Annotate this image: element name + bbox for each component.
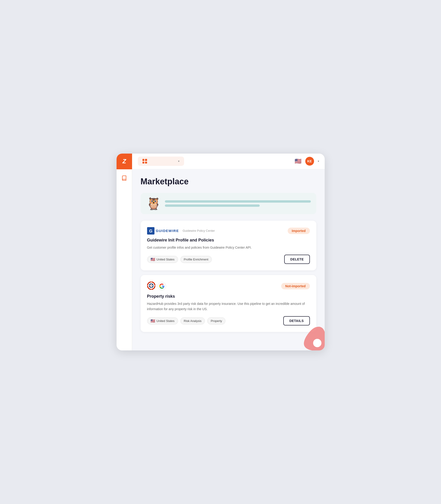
- us-flag: 🇺🇸: [151, 257, 155, 262]
- tag-label: Profile Enrichment: [184, 258, 208, 261]
- tag-risk-analysis: Risk Analysis: [180, 317, 205, 325]
- guidewire-subtitle: Guidewire Policy Center: [183, 229, 215, 233]
- tag-united-states: 🇺🇸 United States: [147, 256, 178, 263]
- delete-button[interactable]: DELETE: [284, 255, 310, 264]
- guidewire-card: G GUIDEWIRE Guidewire Policy Center Impo…: [141, 221, 316, 270]
- page-content: Marketplace 🦉: [132, 169, 325, 350]
- guidewire-name: GUIDEWIRE: [156, 229, 179, 233]
- tag-profile-enrichment: Profile Enrichment: [180, 256, 212, 263]
- tag-label: Property: [211, 319, 222, 323]
- svg-text:G: G: [149, 229, 152, 233]
- app-shell: Z ▾ 🇺🇸 KE ▾ Marketplace: [117, 154, 325, 350]
- banner-line-2: [165, 205, 260, 207]
- topbar: ▾ 🇺🇸 KE ▾: [132, 154, 325, 169]
- svg-point-9: [313, 339, 321, 347]
- promo-banner: 🦉: [141, 193, 316, 214]
- status-badge: Not-imported: [281, 283, 310, 289]
- sidebar: Z: [117, 154, 132, 350]
- page-title: Marketplace: [141, 177, 316, 187]
- app-dropdown[interactable]: ▾: [138, 157, 184, 166]
- tag-united-states: 🇺🇸 United States: [147, 317, 178, 325]
- avatar-chevron: ▾: [318, 160, 319, 163]
- card-header: G GUIDEWIRE Guidewire Policy Center Impo…: [147, 227, 310, 235]
- flag-icon: 🇺🇸: [295, 158, 301, 164]
- banner-content: [165, 200, 311, 207]
- tag-property: Property: [207, 317, 225, 325]
- grid-icon: [142, 159, 147, 163]
- card-header: Not-imported: [147, 282, 310, 291]
- tags: 🇺🇸 United States Risk Analysis Property: [147, 317, 226, 325]
- hazardhub-logo: [147, 282, 155, 291]
- owl-icon: 🦉: [146, 198, 161, 210]
- guidewire-logo: G GUIDEWIRE: [147, 227, 179, 235]
- logo-area: [147, 282, 166, 291]
- status-badge: Imported: [288, 228, 310, 234]
- google-logo: [158, 282, 166, 290]
- guidewire-g-icon: G: [147, 227, 155, 235]
- banner-line-1: [165, 200, 311, 203]
- tag-label: United States: [157, 319, 174, 323]
- tag-label: Risk Analysis: [184, 319, 202, 323]
- tags: 🇺🇸 United States Profile Enrichment: [147, 256, 212, 263]
- user-avatar[interactable]: KE: [305, 157, 314, 166]
- card-title: Guidewire Init Profile and Policies: [147, 238, 310, 243]
- main-area: ▾ 🇺🇸 KE ▾ Marketplace 🦉: [132, 154, 325, 350]
- logo-text: Z: [123, 158, 126, 165]
- card-description: Get customer profile infos and policies …: [147, 245, 310, 250]
- decorative-blob: [283, 309, 325, 350]
- dropdown-chevron: ▾: [178, 160, 179, 163]
- sidebar-logo[interactable]: Z: [117, 154, 132, 169]
- tag-label: United States: [157, 258, 174, 261]
- card-footer: 🇺🇸 United States Profile Enrichment DELE…: [147, 255, 310, 264]
- card-title: Property risks: [147, 294, 310, 299]
- book-icon[interactable]: [120, 174, 128, 182]
- logo-area: G GUIDEWIRE Guidewire Policy Center: [147, 227, 215, 235]
- us-flag: 🇺🇸: [151, 319, 155, 323]
